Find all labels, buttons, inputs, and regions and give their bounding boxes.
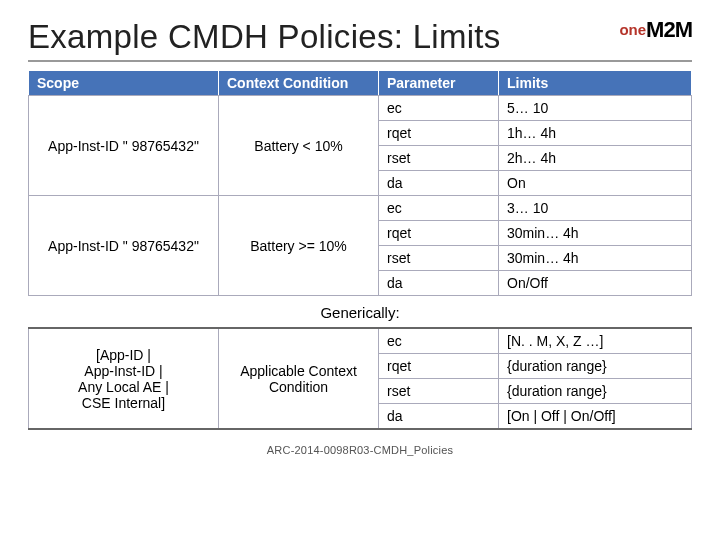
context-cell: Battery >= 10% — [219, 196, 379, 296]
limit-cell: 30min… 4h — [499, 246, 692, 271]
limit-cell: [On | Off | On/Off] — [499, 404, 692, 430]
header-row: Scope Context Condition Parameter Limits — [29, 71, 692, 96]
param-cell: rqet — [379, 121, 499, 146]
limit-cell: 30min… 4h — [499, 221, 692, 246]
param-cell: da — [379, 171, 499, 196]
scope-cell: App-Inst-ID " 98765432" — [29, 96, 219, 196]
context-cell: Battery < 10% — [219, 96, 379, 196]
slide: Example CMDH Policies: Limits one M2M Sc… — [0, 0, 720, 466]
col-context: Context Condition — [219, 71, 379, 96]
param-cell: rset — [379, 379, 499, 404]
limit-cell: On/Off — [499, 271, 692, 296]
policies-body: App-Inst-ID " 98765432" Battery < 10% ec… — [29, 96, 692, 296]
logo-one-text: one — [619, 23, 646, 37]
slide-title: Example CMDH Policies: Limits — [28, 18, 501, 56]
col-limits: Limits — [499, 71, 692, 96]
limit-cell: 3… 10 — [499, 196, 692, 221]
generically-label: Generically: — [28, 304, 692, 321]
table-row: [App-ID | App-Inst-ID | Any Local AE | C… — [29, 328, 692, 354]
table-row: App-Inst-ID " 98765432" Battery >= 10% e… — [29, 196, 692, 221]
title-row: Example CMDH Policies: Limits one M2M — [28, 18, 692, 62]
param-cell: ec — [379, 328, 499, 354]
policies-table: Scope Context Condition Parameter Limits… — [28, 70, 692, 296]
param-cell: rset — [379, 246, 499, 271]
param-cell: rqet — [379, 221, 499, 246]
param-cell: rset — [379, 146, 499, 171]
logo-m2m-text: M2M — [646, 20, 692, 40]
param-cell: da — [379, 404, 499, 430]
onem2m-logo: one M2M — [619, 20, 692, 40]
generic-context-cell: Applicable Context Condition — [219, 328, 379, 429]
scope-cell: App-Inst-ID " 98765432" — [29, 196, 219, 296]
limit-cell: {duration range} — [499, 354, 692, 379]
param-cell: ec — [379, 196, 499, 221]
generic-table: [App-ID | App-Inst-ID | Any Local AE | C… — [28, 327, 692, 430]
table-row: App-Inst-ID " 98765432" Battery < 10% ec… — [29, 96, 692, 121]
limit-cell: {duration range} — [499, 379, 692, 404]
limit-cell: On — [499, 171, 692, 196]
footer-text: ARC-2014-0098R03-CMDH_Policies — [28, 444, 692, 456]
limit-cell: [N. . M, X, Z …] — [499, 328, 692, 354]
param-cell: rqet — [379, 354, 499, 379]
param-cell: da — [379, 271, 499, 296]
limit-cell: 5… 10 — [499, 96, 692, 121]
generic-scope-cell: [App-ID | App-Inst-ID | Any Local AE | C… — [29, 328, 219, 429]
limit-cell: 2h… 4h — [499, 146, 692, 171]
col-scope: Scope — [29, 71, 219, 96]
col-parameter: Parameter — [379, 71, 499, 96]
param-cell: ec — [379, 96, 499, 121]
limit-cell: 1h… 4h — [499, 121, 692, 146]
